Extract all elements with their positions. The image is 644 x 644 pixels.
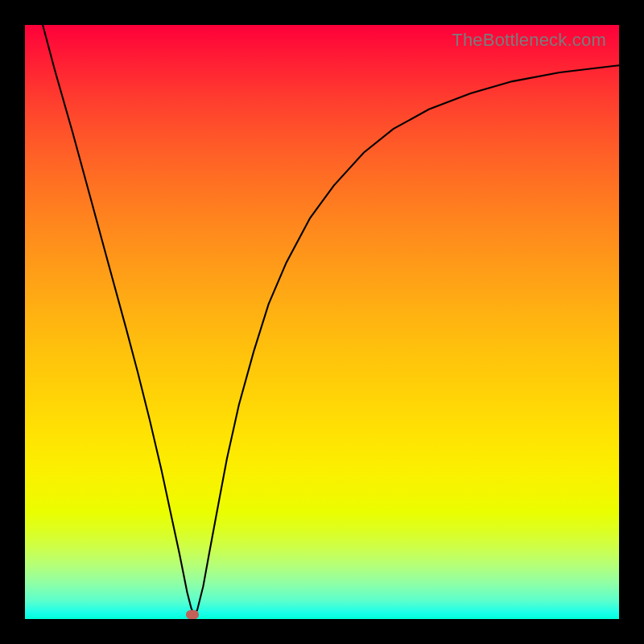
chart-frame: TheBottleneck.com bbox=[0, 0, 644, 644]
bottleneck-curve bbox=[25, 25, 619, 619]
optimal-point-marker bbox=[186, 610, 199, 619]
plot-area: TheBottleneck.com bbox=[25, 25, 619, 619]
